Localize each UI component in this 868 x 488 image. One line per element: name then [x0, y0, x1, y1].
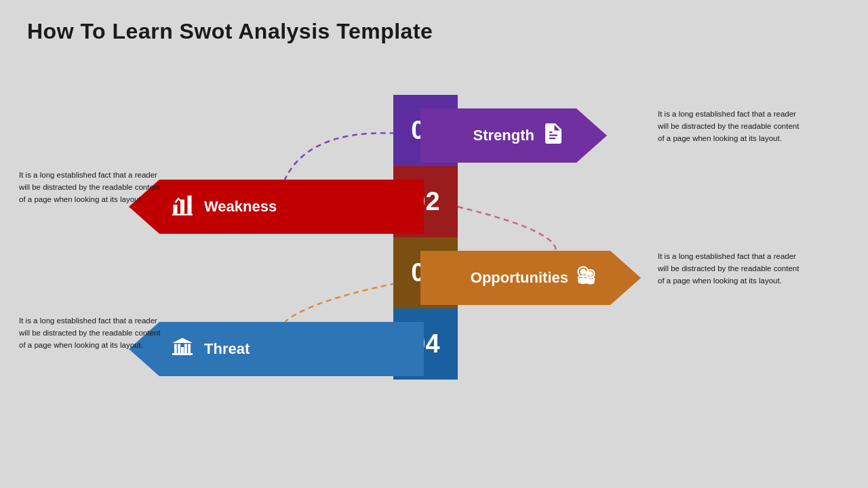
svg-point-9 — [588, 271, 593, 277]
strength-arrow: Strength — [420, 108, 607, 163]
page-title: How To Learn Swot Analysis Template — [27, 19, 433, 44]
weakness-arrow-body: Weakness — [159, 180, 424, 234]
svg-rect-0 — [174, 205, 178, 214]
svg-rect-2 — [188, 195, 192, 214]
opportunities-label: Opportunities — [471, 269, 568, 287]
strength-arrow-tip — [576, 108, 607, 163]
opportunities-arrow-body: Opportunities — [420, 251, 610, 305]
weakness-label: Weakness — [204, 198, 277, 216]
strength-arrow-body: Strength — [420, 108, 576, 163]
svg-rect-18 — [181, 347, 184, 353]
svg-rect-16 — [188, 344, 191, 353]
strength-label: Strength — [473, 127, 534, 144]
threat-arrow: Threat — [129, 322, 424, 376]
opportunities-arrow-tip — [610, 251, 641, 305]
threat-arrow-body: Threat — [159, 322, 424, 376]
swot-diagram: 01 Strength 02 — [0, 68, 868, 474]
building-icon — [170, 335, 195, 364]
threat-label: Threat — [204, 340, 250, 358]
weakness-side-text: It is a long established fact that a rea… — [19, 169, 161, 205]
svg-rect-14 — [178, 344, 180, 353]
strength-side-text: It is a long established fact that a rea… — [658, 108, 800, 144]
weakness-arrow: Weakness — [129, 180, 424, 234]
threat-side-text: It is a long established fact that a rea… — [19, 315, 161, 351]
coins-icon — [575, 264, 599, 293]
document-edit-icon — [541, 121, 566, 150]
svg-rect-13 — [174, 344, 177, 353]
svg-rect-15 — [184, 344, 187, 353]
opportunities-arrow: Opportunities — [420, 251, 641, 305]
svg-rect-17 — [172, 353, 193, 355]
chart-icon — [170, 192, 195, 222]
opportunities-side-text: It is a long established fact that a rea… — [658, 251, 800, 287]
svg-point-12 — [587, 281, 595, 284]
svg-point-4 — [580, 268, 587, 274]
